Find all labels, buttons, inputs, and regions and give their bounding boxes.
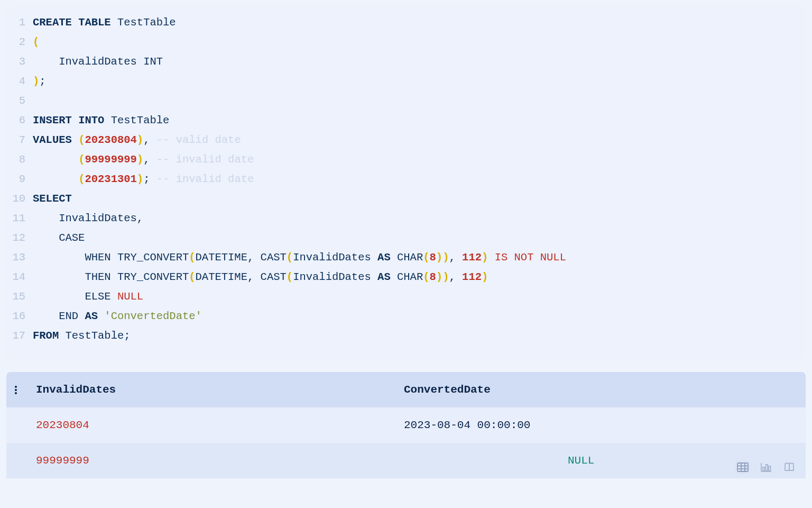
code-line[interactable]: 4);: [12, 71, 796, 91]
gutter-line-number: 15: [12, 287, 33, 306]
gutter-line-number: 13: [12, 248, 33, 267]
row-gutter: [6, 407, 25, 443]
code-content[interactable]: END AS 'ConvertedDate': [33, 306, 796, 326]
code-line[interactable]: 15 ELSE NULL: [12, 287, 796, 306]
row-gutter: [6, 443, 25, 478]
results-header-row: InvalidDates ConvertedDate: [6, 372, 806, 407]
code-content[interactable]: CREATE TABLE TestTable: [33, 13, 796, 32]
code-line[interactable]: 10SELECT: [12, 189, 796, 208]
gutter-line-number: 4: [12, 71, 33, 91]
code-content[interactable]: CASE: [33, 228, 796, 248]
gutter-line-number: 1: [12, 13, 33, 32]
code-line[interactable]: 8 (99999999), -- invalid date: [12, 150, 796, 169]
table-icon: [737, 462, 749, 472]
gutter-line-number: 16: [12, 306, 33, 326]
column-menu-button[interactable]: [6, 372, 25, 407]
cell-invaliddates[interactable]: 99999999: [25, 443, 393, 478]
cell-invaliddates[interactable]: 20230804: [25, 407, 393, 443]
gutter-line-number: 7: [12, 130, 33, 150]
column-header-converteddate[interactable]: ConvertedDate: [393, 372, 806, 407]
code-content[interactable]: WHEN TRY_CONVERT(DATETIME, CAST(InvalidD…: [33, 248, 796, 267]
code-content[interactable]: INSERT INTO TestTable: [33, 111, 796, 130]
table-row[interactable]: 202308042023-08-04 00:00:00: [6, 407, 806, 443]
gutter-line-number: 9: [12, 169, 33, 189]
gutter-line-number: 11: [12, 208, 33, 228]
code-line[interactable]: 3 InvalidDates INT: [12, 52, 796, 71]
code-content[interactable]: THEN TRY_CONVERT(DATETIME, CAST(InvalidD…: [33, 267, 796, 287]
table-row[interactable]: 99999999NULL: [6, 443, 806, 478]
kebab-icon: [15, 386, 17, 394]
code-line[interactable]: 7VALUES (20230804), -- valid date: [12, 130, 796, 150]
code-content[interactable]: InvalidDates INT: [33, 52, 796, 71]
code-line[interactable]: 2(: [12, 32, 796, 52]
code-content[interactable]: ELSE NULL: [33, 287, 796, 306]
sql-editor[interactable]: 1CREATE TABLE TestTable2(3 InvalidDates …: [6, 6, 806, 360]
book-icon: [783, 462, 795, 472]
gutter-line-number: 2: [12, 32, 33, 52]
code-line[interactable]: 6INSERT INTO TestTable: [12, 111, 796, 130]
gutter-line-number: 12: [12, 228, 33, 248]
code-content[interactable]: (20231301); -- invalid date: [33, 169, 796, 189]
code-line[interactable]: 12 CASE: [12, 228, 796, 248]
code-content[interactable]: VALUES (20230804), -- valid date: [33, 130, 796, 150]
code-line[interactable]: 17FROM TestTable;: [12, 326, 796, 346]
svg-rect-9: [769, 466, 771, 471]
svg-rect-0: [737, 463, 748, 471]
code-content[interactable]: (: [33, 32, 796, 52]
gutter-line-number: 14: [12, 267, 33, 287]
code-line[interactable]: 1CREATE TABLE TestTable: [12, 13, 796, 32]
code-content[interactable]: FROM TestTable;: [33, 326, 796, 346]
svg-rect-8: [766, 465, 768, 471]
cell-converteddate[interactable]: 2023-08-04 00:00:00: [393, 407, 806, 443]
gutter-line-number: 5: [12, 91, 33, 111]
code-content[interactable]: (99999999), -- invalid date: [33, 150, 796, 169]
code-content[interactable]: );: [33, 71, 796, 91]
code-line[interactable]: 5: [12, 91, 796, 111]
view-toolbar: [730, 457, 802, 477]
chart-view-button[interactable]: [758, 460, 774, 474]
code-line[interactable]: 11 InvalidDates,: [12, 208, 796, 228]
svg-rect-7: [763, 467, 765, 471]
gutter-line-number: 6: [12, 111, 33, 130]
code-line[interactable]: 9 (20231301); -- invalid date: [12, 169, 796, 189]
column-header-invaliddates[interactable]: InvalidDates: [25, 372, 393, 407]
code-line[interactable]: 13 WHEN TRY_CONVERT(DATETIME, CAST(Inval…: [12, 248, 796, 267]
table-view-button[interactable]: [735, 460, 751, 474]
code-content[interactable]: SELECT: [33, 189, 796, 208]
gutter-line-number: 10: [12, 189, 33, 208]
gutter-line-number: 3: [12, 52, 33, 71]
gutter-line-number: 17: [12, 326, 33, 346]
code-content[interactable]: InvalidDates,: [33, 208, 796, 228]
bar-chart-icon: [760, 462, 772, 472]
results-panel: InvalidDates ConvertedDate 202308042023-…: [6, 372, 806, 478]
code-line[interactable]: 14 THEN TRY_CONVERT(DATETIME, CAST(Inval…: [12, 267, 796, 287]
gutter-line-number: 8: [12, 150, 33, 169]
docs-view-button[interactable]: [781, 460, 797, 474]
code-line[interactable]: 16 END AS 'ConvertedDate': [12, 306, 796, 326]
